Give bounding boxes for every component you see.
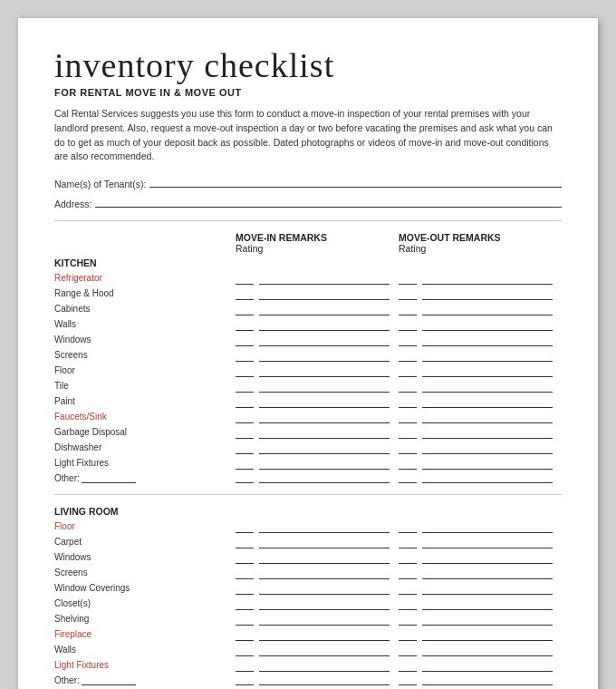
address-input-line[interactable] — [95, 195, 562, 208]
movein-short-3[interactable] — [236, 320, 254, 331]
movein-short-8[interactable] — [236, 397, 254, 408]
moveout-short-1[interactable] — [399, 538, 417, 548]
moveout-short-9[interactable] — [399, 661, 417, 672]
kitchen-other-moveout-short[interactable] — [399, 472, 417, 483]
moveout-long-1[interactable] — [422, 289, 553, 300]
movein-long-7[interactable] — [259, 382, 390, 393]
movein-long-1[interactable] — [259, 289, 390, 300]
moveout-short-7[interactable] — [399, 382, 417, 393]
moveout-long-8[interactable] — [422, 645, 553, 656]
moveout-short-0[interactable] — [399, 274, 417, 285]
living-other-moveout-short[interactable] — [399, 674, 417, 685]
moveout-long-6[interactable] — [422, 615, 553, 626]
movein-short-12[interactable] — [236, 459, 254, 470]
movein-long-11[interactable] — [259, 443, 390, 454]
movein-long-9[interactable] — [259, 412, 390, 423]
living-other-moveout-long[interactable] — [422, 674, 553, 685]
moveout-short-4[interactable] — [399, 584, 417, 595]
moveout-short-6[interactable] — [399, 366, 417, 377]
movein-short-6[interactable] — [236, 366, 254, 377]
movein-long-4[interactable] — [259, 335, 390, 346]
moveout-long-0[interactable] — [422, 522, 553, 533]
movein-short-0[interactable] — [236, 274, 254, 285]
kitchen-other-movein-short[interactable] — [236, 472, 254, 483]
movein-long-2[interactable] — [259, 553, 390, 564]
movein-long-3[interactable] — [259, 320, 390, 331]
movein-long-12[interactable] — [259, 459, 390, 470]
movein-long-5[interactable] — [259, 351, 390, 362]
kitchen-other-moveout-long[interactable] — [422, 472, 553, 483]
living-other-movein-long[interactable] — [259, 674, 390, 685]
movein-long-6[interactable] — [259, 615, 390, 626]
movein-short-8[interactable] — [236, 645, 254, 656]
moveout-long-8[interactable] — [422, 397, 553, 408]
moveout-long-10[interactable] — [422, 428, 553, 439]
movein-long-0[interactable] — [259, 522, 390, 533]
kitchen-other-movein-long[interactable] — [259, 472, 390, 483]
moveout-short-4[interactable] — [399, 335, 417, 346]
moveout-long-0[interactable] — [422, 274, 553, 285]
living-other-movein-short[interactable] — [236, 674, 254, 685]
movein-long-0[interactable] — [259, 274, 390, 285]
moveout-short-8[interactable] — [399, 645, 417, 656]
moveout-long-6[interactable] — [422, 366, 553, 377]
movein-long-8[interactable] — [259, 645, 390, 656]
living-other-line[interactable] — [82, 674, 136, 685]
movein-long-7[interactable] — [259, 630, 390, 641]
movein-short-7[interactable] — [236, 630, 254, 641]
moveout-long-2[interactable] — [422, 305, 553, 315]
kitchen-other-line[interactable] — [82, 472, 136, 483]
movein-short-4[interactable] — [236, 335, 254, 346]
moveout-long-5[interactable] — [422, 599, 553, 610]
moveout-short-2[interactable] — [399, 305, 417, 315]
movein-long-1[interactable] — [259, 538, 390, 548]
moveout-short-10[interactable] — [399, 428, 417, 439]
tenant-input-line[interactable] — [149, 175, 562, 188]
movein-long-8[interactable] — [259, 397, 390, 408]
moveout-long-1[interactable] — [422, 538, 553, 548]
movein-short-7[interactable] — [236, 382, 254, 393]
movein-short-3[interactable] — [236, 568, 254, 579]
moveout-short-3[interactable] — [399, 320, 417, 331]
movein-long-9[interactable] — [259, 661, 390, 672]
moveout-long-3[interactable] — [422, 320, 553, 331]
moveout-short-9[interactable] — [399, 412, 417, 423]
movein-long-3[interactable] — [259, 568, 390, 579]
moveout-short-2[interactable] — [399, 553, 417, 564]
movein-long-6[interactable] — [259, 366, 390, 377]
moveout-long-2[interactable] — [422, 553, 553, 564]
movein-long-4[interactable] — [259, 584, 390, 595]
movein-short-0[interactable] — [236, 522, 254, 533]
movein-long-10[interactable] — [259, 428, 390, 439]
moveout-long-3[interactable] — [422, 568, 553, 579]
moveout-long-12[interactable] — [422, 459, 553, 470]
movein-short-11[interactable] — [236, 443, 254, 454]
moveout-short-8[interactable] — [399, 397, 417, 408]
moveout-short-5[interactable] — [399, 351, 417, 362]
movein-short-5[interactable] — [236, 351, 254, 362]
moveout-long-9[interactable] — [422, 661, 553, 672]
movein-short-2[interactable] — [236, 305, 254, 315]
moveout-long-9[interactable] — [422, 412, 553, 423]
moveout-long-5[interactable] — [422, 351, 553, 362]
movein-short-1[interactable] — [236, 538, 254, 548]
movein-short-9[interactable] — [236, 661, 254, 672]
movein-long-5[interactable] — [259, 599, 390, 610]
movein-short-6[interactable] — [236, 615, 254, 626]
moveout-short-6[interactable] — [399, 615, 417, 626]
movein-short-2[interactable] — [236, 553, 254, 564]
movein-short-4[interactable] — [236, 584, 254, 595]
moveout-short-5[interactable] — [399, 599, 417, 610]
moveout-long-7[interactable] — [422, 630, 553, 641]
movein-long-2[interactable] — [259, 305, 390, 315]
movein-short-5[interactable] — [236, 599, 254, 610]
movein-short-1[interactable] — [236, 289, 254, 300]
movein-short-10[interactable] — [236, 428, 254, 439]
moveout-short-3[interactable] — [399, 568, 417, 579]
moveout-long-7[interactable] — [422, 382, 553, 393]
moveout-long-4[interactable] — [422, 335, 553, 346]
moveout-short-7[interactable] — [399, 630, 417, 641]
movein-short-9[interactable] — [236, 412, 254, 423]
moveout-short-11[interactable] — [399, 443, 417, 454]
moveout-short-0[interactable] — [399, 522, 417, 533]
